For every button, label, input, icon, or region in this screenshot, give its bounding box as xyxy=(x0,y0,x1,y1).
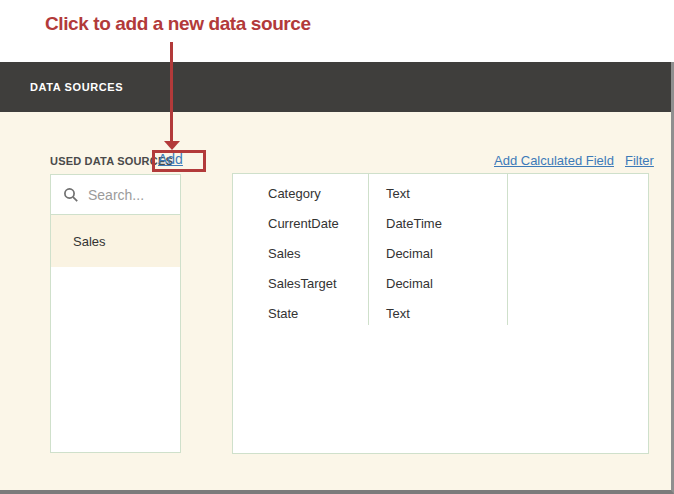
annotation-callout-text: Click to add a new data source xyxy=(45,13,311,35)
field-type: Decimal xyxy=(368,276,507,291)
annotation-arrow-line xyxy=(170,42,173,141)
field-name: SalesTarget xyxy=(233,276,368,291)
field-name: CurrentDate xyxy=(233,216,368,231)
field-name: Category xyxy=(233,186,368,201)
search-box[interactable] xyxy=(51,175,180,215)
screenshot-canvas: Click to add a new data source DATA SOUR… xyxy=(0,0,674,494)
field-type: Decimal xyxy=(368,246,507,261)
annotation-arrow-head-icon xyxy=(164,141,180,150)
filter-link[interactable]: Filter xyxy=(625,153,654,168)
field-name: State xyxy=(233,306,368,321)
annotation-highlight-rect xyxy=(152,150,206,172)
source-list-item[interactable]: Sales xyxy=(51,215,180,267)
add-calculated-field-link[interactable]: Add Calculated Field xyxy=(494,153,614,168)
field-row[interactable]: CategoryText xyxy=(233,178,648,208)
field-row[interactable]: SalesTargetDecimal xyxy=(233,268,648,298)
panel-titlebar: DATA SOURCES xyxy=(0,62,671,112)
field-rows-container: CategoryTextCurrentDateDateTimeSalesDeci… xyxy=(233,178,648,328)
field-row[interactable]: CurrentDateDateTime xyxy=(233,208,648,238)
search-input[interactable] xyxy=(88,187,180,203)
field-list-table: CategoryTextCurrentDateDateTimeSalesDeci… xyxy=(232,173,649,454)
used-sources-list: Sales xyxy=(50,174,181,453)
field-type: DateTime xyxy=(368,216,507,231)
field-type: Text xyxy=(368,186,507,201)
field-row[interactable]: SalesDecimal xyxy=(233,238,648,268)
panel-title: DATA SOURCES xyxy=(30,81,123,93)
source-items-container: Sales xyxy=(51,215,180,267)
field-name: Sales xyxy=(233,246,368,261)
field-type: Text xyxy=(368,306,507,321)
search-icon xyxy=(63,187,79,203)
data-sources-panel: DATA SOURCES USED DATA SOURCES Add Add C… xyxy=(0,62,674,494)
field-row[interactable]: StateText xyxy=(233,298,648,328)
